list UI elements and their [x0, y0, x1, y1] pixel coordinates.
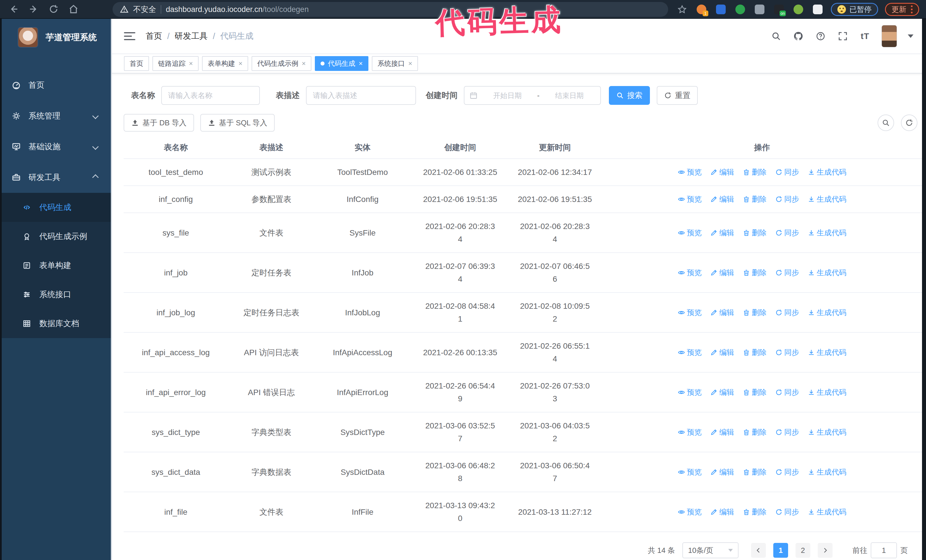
- fullscreen-icon[interactable]: [837, 30, 849, 42]
- tab-链路追踪[interactable]: 链路追踪 ×: [153, 56, 198, 71]
- 编辑-action-link[interactable]: 编辑: [710, 386, 734, 399]
- 删除-action-link[interactable]: 删除: [743, 226, 767, 239]
- 编辑-action-link[interactable]: 编辑: [710, 426, 734, 439]
- 生成代码-action-link[interactable]: 生成代码: [808, 166, 846, 179]
- 预览-action-link[interactable]: 预览: [678, 266, 702, 279]
- 预览-action-link[interactable]: 预览: [678, 193, 702, 206]
- end-date-placeholder[interactable]: 结束日期: [544, 91, 595, 100]
- 删除-action-link[interactable]: 删除: [743, 166, 767, 179]
- 删除-action-link[interactable]: 删除: [743, 466, 767, 478]
- table-desc-input[interactable]: [306, 86, 416, 105]
- 预览-action-link[interactable]: 预览: [678, 426, 702, 439]
- sidebar-item-代码生成-active[interactable]: 代码生成: [0, 193, 111, 222]
- 编辑-action-link[interactable]: 编辑: [710, 166, 734, 179]
- 编辑-action-link[interactable]: 编辑: [710, 506, 734, 518]
- blue-gem-extension-icon[interactable]: [714, 3, 727, 16]
- page-size-select[interactable]: 10条/页: [682, 542, 738, 558]
- tab-首页[interactable]: 首页: [124, 56, 149, 71]
- sidebar-item-7[interactable]: 系统接口: [0, 280, 111, 309]
- 生成代码-action-link[interactable]: 生成代码: [808, 506, 846, 518]
- sidebar-item-2[interactable]: 基础设施: [0, 131, 111, 162]
- tab-代码生成[interactable]: 代码生成 ×: [315, 56, 368, 71]
- 生成代码-action-link[interactable]: 生成代码: [808, 193, 846, 206]
- reload-icon[interactable]: [47, 3, 60, 15]
- 编辑-action-link[interactable]: 编辑: [710, 346, 734, 359]
- prev-page-button[interactable]: [751, 543, 766, 558]
- grid-extension-icon[interactable]: [754, 3, 766, 16]
- chrome-menu-icon[interactable]: [911, 5, 912, 14]
- 编辑-action-link[interactable]: 编辑: [710, 306, 734, 319]
- 预览-action-link[interactable]: 预览: [678, 166, 702, 179]
- 预览-action-link[interactable]: 预览: [678, 346, 702, 359]
- browser-update-button[interactable]: 更新: [885, 3, 919, 16]
- import-sql-button[interactable]: 基于 SQL 导入: [200, 114, 275, 131]
- tab-系统接口[interactable]: 系统接口 ×: [372, 56, 418, 71]
- close-icon[interactable]: ×: [239, 60, 242, 67]
- sidebar-item-6[interactable]: 表单构建: [0, 251, 111, 280]
- sidebar-item-0[interactable]: 首页: [0, 70, 111, 101]
- puzzle-extension-icon[interactable]: [811, 3, 824, 16]
- bookmark-star-icon[interactable]: [676, 3, 688, 16]
- date-range-picker[interactable]: 开始日期 - 结束日期: [464, 86, 601, 105]
- 同步-action-link[interactable]: 同步: [775, 506, 799, 518]
- 同步-action-link[interactable]: 同步: [775, 386, 799, 399]
- green-robot-extension-icon[interactable]: [792, 3, 805, 16]
- 删除-action-link[interactable]: 删除: [743, 306, 767, 319]
- address-bar[interactable]: 不安全 dashboard.yudao.iocoder.cn/tool/code…: [112, 2, 668, 17]
- tab-表单构建[interactable]: 表单构建 ×: [202, 56, 248, 71]
- refresh-button[interactable]: [901, 115, 917, 131]
- 编辑-action-link[interactable]: 编辑: [710, 226, 734, 239]
- 生成代码-action-link[interactable]: 生成代码: [808, 306, 846, 319]
- 同步-action-link[interactable]: 同步: [775, 166, 799, 179]
- 生成代码-action-link[interactable]: 生成代码: [808, 266, 846, 279]
- 生成代码-action-link[interactable]: 生成代码: [808, 346, 846, 359]
- 预览-action-link[interactable]: 预览: [678, 306, 702, 319]
- start-date-placeholder[interactable]: 开始日期: [481, 91, 533, 100]
- 生成代码-action-link[interactable]: 生成代码: [808, 386, 846, 399]
- 编辑-action-link[interactable]: 编辑: [710, 466, 734, 478]
- sidebar-item-1[interactable]: 系统管理: [0, 101, 111, 131]
- 预览-action-link[interactable]: 预览: [678, 466, 702, 478]
- hamburger-icon[interactable]: [124, 32, 135, 40]
- profile-paused-badge[interactable]: 已暂停: [831, 3, 878, 16]
- 生成代码-action-link[interactable]: 生成代码: [808, 226, 846, 239]
- page-button-1[interactable]: 1: [773, 543, 788, 558]
- 删除-action-link[interactable]: 删除: [743, 426, 767, 439]
- toggle-search-button[interactable]: [878, 115, 894, 131]
- url-text[interactable]: dashboard.yudao.iocoder.cn/tool/codegen: [166, 5, 309, 14]
- close-icon[interactable]: ×: [408, 60, 412, 67]
- github-icon[interactable]: [793, 30, 804, 42]
- 删除-action-link[interactable]: 删除: [743, 386, 767, 399]
- close-icon[interactable]: ×: [359, 60, 363, 67]
- insecure-label[interactable]: 不安全: [133, 4, 156, 15]
- 同步-action-link[interactable]: 同步: [775, 266, 799, 279]
- 同步-action-link[interactable]: 同步: [775, 226, 799, 239]
- green-check-extension-icon[interactable]: [734, 3, 746, 16]
- 同步-action-link[interactable]: 同步: [775, 466, 799, 478]
- sidebar-item-8[interactable]: 数据库文档: [0, 309, 111, 338]
- 同步-action-link[interactable]: 同步: [775, 306, 799, 319]
- 同步-action-link[interactable]: 同步: [775, 193, 799, 206]
- forward-icon[interactable]: [27, 3, 40, 15]
- dark-on-extension-icon[interactable]: on: [773, 3, 785, 16]
- 删除-action-link[interactable]: 删除: [743, 193, 767, 206]
- 预览-action-link[interactable]: 预览: [678, 506, 702, 518]
- 编辑-action-link[interactable]: 编辑: [710, 193, 734, 206]
- search-button[interactable]: 搜索: [609, 86, 650, 105]
- avatar[interactable]: [882, 25, 897, 47]
- font-size-icon[interactable]: tT: [859, 30, 871, 42]
- help-icon[interactable]: [815, 30, 826, 42]
- next-page-button[interactable]: [818, 543, 832, 558]
- sidebar-item-3[interactable]: 研发工具: [0, 162, 111, 193]
- close-icon[interactable]: ×: [302, 60, 306, 67]
- 编辑-action-link[interactable]: 编辑: [710, 266, 734, 279]
- tab-代码生成示例[interactable]: 代码生成示例 ×: [251, 56, 312, 71]
- import-db-button[interactable]: 基于 DB 导入: [124, 114, 194, 131]
- back-icon[interactable]: [8, 3, 20, 15]
- close-icon[interactable]: ×: [189, 60, 193, 67]
- chevron-down-icon[interactable]: [908, 35, 914, 38]
- breadcrumb-item[interactable]: 研发工具: [175, 30, 208, 42]
- page-button-2[interactable]: 2: [796, 543, 810, 558]
- 删除-action-link[interactable]: 删除: [743, 506, 767, 518]
- goto-page-input[interactable]: [871, 542, 897, 558]
